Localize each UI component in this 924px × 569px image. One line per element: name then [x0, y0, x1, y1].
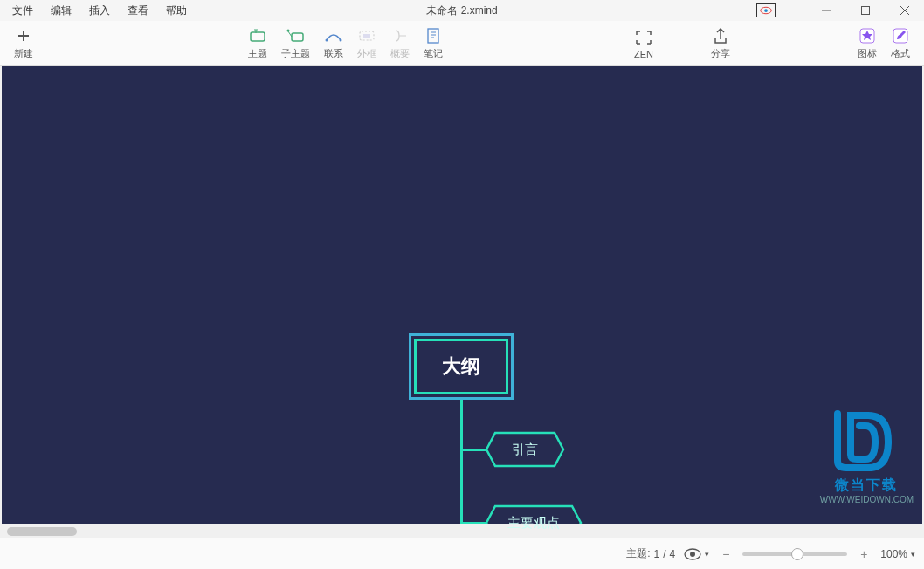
zoom-slider[interactable]	[742, 552, 847, 556]
child-node-1[interactable]: 引言	[485, 431, 565, 468]
topic-counter-total: 4	[670, 548, 676, 560]
share-icon	[713, 26, 728, 45]
topic-counter-sep: /	[663, 548, 665, 560]
subtopic-label: 子主题	[281, 47, 310, 60]
zoom-readout[interactable]: 100% ▾	[880, 548, 915, 560]
svg-rect-19	[428, 29, 438, 43]
summary-label: 概要	[390, 47, 410, 60]
svg-point-13	[286, 30, 289, 32]
zoom-value: 100%	[880, 548, 907, 560]
summary-icon	[390, 26, 410, 45]
subtopic-button[interactable]: 子主题	[274, 24, 317, 62]
watermark-text-2: WWW.WEIDOWN.COM	[820, 495, 914, 504]
window-controls	[806, 0, 924, 21]
eye-indicator-icon	[756, 3, 776, 17]
new-label: 新建	[14, 47, 33, 60]
new-button[interactable]: 新建	[7, 24, 40, 62]
toolbar: 新建 主题 子主题 联系 外框 概要 笔记 ZEN 分享 图标 格式	[0, 21, 924, 66]
svg-rect-11	[292, 33, 303, 41]
zoom-slider-thumb[interactable]	[791, 548, 803, 560]
relationship-label: 联系	[324, 47, 343, 60]
maximize-button[interactable]	[845, 0, 885, 21]
iconlib-label: 图标	[858, 47, 877, 60]
menu-insert[interactable]: 插入	[80, 2, 119, 20]
menubar: 文件 编辑 插入 查看 帮助 未命名 2.xmind	[0, 0, 924, 21]
canvas-wrap: 大纲 引言 主要观点 总结 微当下载 WWW.WEIDOWN.COM	[0, 66, 924, 538]
eye-icon	[684, 548, 701, 560]
svg-point-1	[764, 9, 768, 12]
share-button[interactable]: 分享	[704, 24, 737, 62]
note-icon	[425, 26, 441, 45]
topic-button[interactable]: 主题	[241, 24, 274, 62]
summary-button[interactable]: 概要	[383, 24, 417, 62]
zoom-in-button[interactable]: +	[856, 546, 872, 562]
mindmap-canvas[interactable]: 大纲 引言 主要观点 总结 微当下载 WWW.WEIDOWN.COM	[2, 66, 922, 524]
svg-rect-17	[363, 34, 370, 38]
boundary-label: 外框	[357, 47, 376, 60]
topic-label: 主题	[248, 47, 267, 60]
zen-icon	[635, 28, 652, 47]
menu-edit[interactable]: 编辑	[42, 2, 80, 20]
note-button[interactable]: 笔记	[417, 24, 450, 62]
statusbar: 主题: 1 / 4 ▾ − + 100% ▾	[0, 538, 924, 569]
plus-icon	[16, 26, 31, 45]
child-node-1-label: 引言	[512, 442, 538, 458]
svg-point-14	[326, 39, 328, 42]
root-node-label: 大纲	[442, 353, 480, 380]
subtopic-icon	[286, 26, 306, 45]
format-button[interactable]: 格式	[884, 24, 917, 62]
iconlib-button[interactable]: 图标	[851, 24, 884, 62]
menu-view[interactable]: 查看	[119, 2, 157, 20]
root-node[interactable]: 大纲	[409, 333, 514, 400]
svg-point-15	[340, 39, 342, 42]
child-node-2-label: 主要观点	[507, 515, 560, 531]
minimize-button[interactable]	[806, 0, 845, 21]
zoom-out-button[interactable]: −	[718, 546, 734, 562]
note-label: 笔记	[424, 47, 443, 60]
format-label: 格式	[891, 47, 910, 60]
boundary-icon	[357, 26, 376, 45]
connector	[460, 400, 463, 538]
connector	[460, 449, 486, 451]
star-icon	[858, 26, 876, 45]
share-label: 分享	[711, 47, 730, 60]
relationship-icon	[324, 26, 343, 45]
topic-counter-current: 1	[654, 548, 660, 560]
boundary-button[interactable]: 外框	[350, 24, 383, 62]
relationship-button[interactable]: 联系	[317, 24, 350, 62]
scrollbar-thumb[interactable]	[7, 527, 77, 536]
svg-rect-8	[251, 32, 265, 41]
view-toggle[interactable]: ▾	[684, 548, 709, 560]
watermark-text-1: 微当下载	[820, 476, 914, 495]
zen-label: ZEN	[634, 49, 653, 59]
topic-icon	[248, 26, 267, 45]
menu-help[interactable]: 帮助	[157, 2, 196, 20]
brush-icon	[892, 26, 909, 45]
svg-rect-3	[861, 7, 869, 15]
topic-counter-label: 主题:	[626, 546, 650, 561]
zen-button[interactable]: ZEN	[627, 26, 660, 61]
topic-counter: 主题: 1 / 4	[626, 546, 675, 561]
svg-point-30	[690, 552, 695, 557]
horizontal-scrollbar[interactable]	[0, 524, 924, 538]
watermark: 微当下载 WWW.WEIDOWN.COM	[820, 398, 914, 504]
window-title: 未命名 2.xmind	[426, 3, 497, 18]
close-button[interactable]	[885, 0, 924, 21]
menu-file[interactable]: 文件	[3, 2, 42, 20]
watermark-logo-icon	[820, 398, 899, 476]
